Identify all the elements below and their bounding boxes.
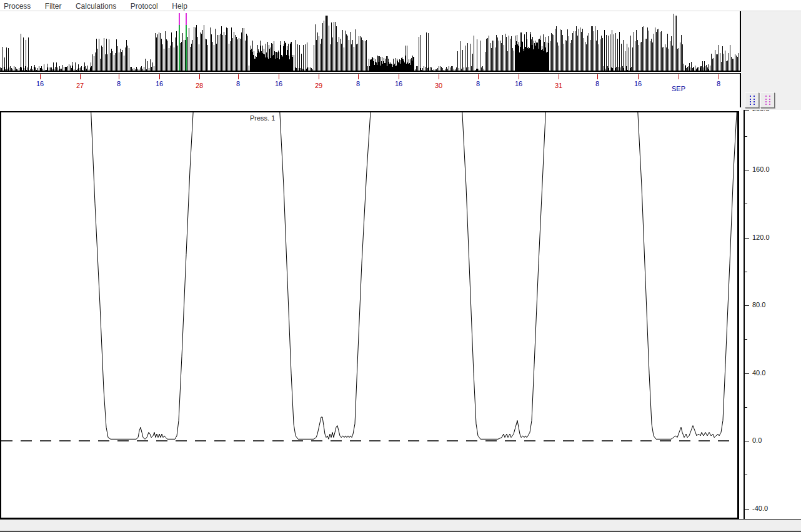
y-axis-label: 40.0 — [752, 369, 765, 377]
timeline-label-day: 31 — [555, 82, 562, 89]
y-axis-major-tick — [745, 441, 749, 441]
blue-dotted-markers-icon — [754, 96, 755, 105]
timeline-tick — [559, 74, 559, 79]
y-axis-minor-tick — [745, 339, 747, 340]
magenta-dotted-markers-icon — [769, 96, 770, 105]
y-axis-label: 200.0 — [752, 110, 770, 112]
y-axis-label: 160.0 — [752, 165, 770, 173]
y-axis-line — [744, 110, 745, 519]
pressure-trace-plot — [1, 112, 737, 518]
timeline-label-hour: 8 — [236, 80, 240, 87]
y-axis-minor-tick — [745, 204, 747, 204]
timeline-tick — [679, 74, 679, 79]
timeline-tick — [238, 74, 239, 79]
timeline-label-hour: 8 — [117, 80, 121, 87]
timeline-label-hour: 8 — [356, 80, 360, 87]
pressure-chart-pane[interactable]: Press. 1 — [0, 111, 739, 519]
timeline-tick — [80, 74, 81, 79]
y-axis-major-tick — [745, 238, 749, 239]
timeline-tick — [719, 74, 719, 79]
y-axis-minor-tick — [745, 407, 747, 408]
y-axis-major-tick — [745, 170, 749, 170]
timeline-tick — [159, 74, 160, 79]
timeline-label-hour: 8 — [717, 80, 720, 87]
magenta-dotted-markers-icon — [765, 96, 767, 105]
timeline-tick — [119, 74, 119, 79]
y-axis-major-tick — [745, 373, 749, 374]
timeline-label-hour: 16 — [36, 80, 44, 87]
channel-label: Press. 1 — [250, 114, 275, 122]
timeline-tick — [40, 74, 41, 79]
menu-protocol[interactable]: Protocol — [125, 1, 164, 11]
timeline-tick — [279, 74, 279, 79]
menu-calculations[interactable]: Calculations — [70, 1, 122, 11]
timeline-label-day: 28 — [196, 82, 203, 89]
overview-activity-plot — [0, 11, 740, 71]
timeline-tick — [199, 74, 200, 79]
pressure-y-axis: 200.0160.0120.080.040.00.0-40.0 — [739, 110, 801, 519]
y-axis-major-tick — [745, 305, 749, 306]
timeline-tick — [597, 74, 598, 79]
timeline-label-hour: 16 — [275, 80, 282, 87]
timeline-label-month: SEP — [672, 85, 685, 92]
y-axis-major-tick — [745, 110, 749, 111]
y-axis-minor-tick — [745, 475, 747, 475]
y-axis-label: -40.0 — [752, 505, 768, 512]
y-axis-minor-tick — [745, 272, 747, 272]
y-axis-major-tick — [745, 509, 749, 510]
blue-dotted-markers-icon — [750, 96, 751, 105]
y-axis-label: 0.0 — [752, 436, 762, 444]
menu-bar: Process Filter Calculations Protocol Hel… — [0, 0, 801, 11]
timeline-label-hour: 16 — [156, 80, 163, 87]
y-axis-minor-tick — [745, 136, 747, 137]
timeline-tick — [399, 74, 399, 79]
timeline-label-hour: 8 — [476, 80, 480, 87]
marker-set-blue-button[interactable] — [745, 92, 759, 108]
timeline-label-hour: 16 — [515, 80, 522, 87]
timeline-label-hour: 16 — [634, 80, 642, 87]
timeline-tick — [439, 74, 439, 79]
timeline-tick — [519, 74, 519, 79]
y-axis-label: 80.0 — [752, 301, 765, 308]
pressure-waveform — [91, 112, 737, 439]
timeline-label-day: 30 — [435, 82, 442, 89]
top-right-panel — [741, 11, 801, 111]
timeline-label-hour: 16 — [395, 80, 402, 87]
status-bar — [0, 519, 801, 532]
menu-filter[interactable]: Filter — [39, 1, 67, 11]
menu-process[interactable]: Process — [0, 1, 36, 11]
menu-help[interactable]: Help — [166, 1, 193, 11]
timeline-axis: 162781628816298163081631816SEP8 — [0, 73, 741, 107]
overview-activity-pane[interactable] — [0, 11, 741, 72]
y-axis-label: 120.0 — [752, 234, 770, 241]
timeline-label-hour: 8 — [595, 80, 599, 87]
timeline-tick — [478, 74, 479, 79]
timeline-tick — [638, 74, 639, 79]
timeline-tick — [319, 74, 319, 79]
timeline-tick — [358, 74, 359, 79]
application-window: Process Filter Calculations Protocol Hel… — [0, 0, 801, 532]
timeline-label-day: 29 — [315, 82, 322, 89]
marker-set-magenta-button[interactable] — [760, 92, 775, 108]
timeline-label-day: 27 — [76, 82, 84, 89]
